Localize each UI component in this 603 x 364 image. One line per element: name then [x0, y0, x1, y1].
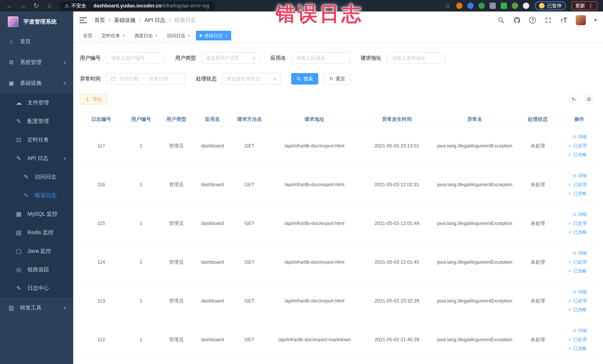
request-url-input[interactable] — [386, 52, 445, 64]
extension-icon-blue[interactable] — [467, 3, 474, 9]
sidebar-item-定时任务[interactable]: ⊡定时任务 — [0, 130, 73, 149]
app-name-input[interactable] — [291, 52, 350, 64]
action-详细[interactable]: ⊙详细 — [573, 134, 587, 140]
reset-button[interactable]: ↻ 重置 — [324, 73, 351, 84]
action-详细[interactable]: ⊙详细 — [573, 173, 587, 178]
user-avatar[interactable] — [576, 15, 586, 25]
forward-icon[interactable]: → — [19, 2, 27, 10]
avatar-caret-icon[interactable]: ▾ — [594, 17, 597, 23]
github-icon[interactable] — [513, 16, 521, 24]
check-icon: ✓ — [568, 191, 572, 196]
action-已处理[interactable]: ✓已处理 — [568, 337, 587, 342]
filter-request-url: 请求地址 — [360, 52, 445, 64]
sidebar-item-配置管理[interactable]: ✎配置管理 — [0, 112, 73, 130]
tab-首页[interactable]: 首页 — [80, 31, 96, 40]
breadcrumb-item[interactable]: 基础设施 — [114, 16, 136, 24]
sidebar-item-MySQL-监控[interactable]: ▦MySQL 监控 — [0, 205, 73, 223]
breadcrumb-item[interactable]: API 日志 — [144, 16, 165, 24]
action-已处理[interactable]: ✓已处理 — [568, 298, 587, 304]
action-已处理[interactable]: ✓已处理 — [568, 259, 587, 265]
search-icon[interactable] — [497, 16, 505, 24]
sidebar-item-链路追踪[interactable]: ◎链路追踪 — [0, 260, 73, 279]
paused-badge[interactable]: 已暂停 — [535, 1, 566, 10]
back-icon[interactable]: ← — [6, 2, 13, 10]
action-已忽略[interactable]: ✓已忽略 — [568, 268, 587, 274]
export-button[interactable]: 导出 — [80, 94, 107, 105]
fullscreen-icon[interactable] — [545, 16, 552, 24]
breadcrumb-item[interactable]: 首页 — [94, 16, 105, 24]
action-已忽略[interactable]: ✓已忽略 — [568, 152, 587, 158]
process-status-select[interactable]: 请选择处理状态 ∨ — [222, 73, 281, 84]
extension-icon-grid[interactable] — [489, 3, 496, 9]
table-refresh-button[interactable]: ↻ — [569, 94, 579, 104]
action-已忽略[interactable]: ✓已忽略 — [568, 307, 587, 313]
tab-调度日志[interactable]: 调度日志× — [131, 31, 161, 40]
extension-icon-star[interactable] — [523, 3, 529, 9]
sidebar-item-系统管理[interactable]: ⚙系统管理∨ — [0, 52, 73, 73]
filter-row-2: 异常时间 开始日期 ~ 结束日期 处理状态 请选择处理状态 ∨ — [80, 73, 603, 84]
eye-icon: ⊙ — [573, 328, 576, 333]
action-已忽略[interactable]: ✓已忽略 — [568, 229, 587, 235]
cell-url: /api/infra/db-doc/export-markdown — [267, 337, 362, 342]
sidebar-item-访问日志[interactable]: ✎访问日志 — [0, 168, 73, 186]
extension-icon-orange[interactable] — [456, 3, 463, 9]
close-icon[interactable]: × — [122, 33, 125, 38]
font-size-icon[interactable]: TT — [560, 16, 567, 24]
cell-exception: java.lang.IllegalArgumentException — [432, 143, 517, 149]
cell-status: 未处理 — [517, 259, 558, 265]
table-row: 1171管理员dashboardGET/api/infra/db-doc/exp… — [80, 127, 600, 165]
cell-actions: ⊙详细✓已处理✓已忽略 — [558, 134, 600, 158]
cell-time: 2021-05-02 23:32:28 — [362, 298, 432, 304]
action-已忽略[interactable]: ✓已忽略 — [568, 190, 587, 196]
extension-icon-dark-off[interactable] — [501, 3, 507, 9]
bookmark-star-icon[interactable]: ☆ — [445, 2, 451, 10]
close-icon[interactable]: × — [225, 33, 228, 38]
file-manage-icon: ☁ — [15, 99, 22, 106]
search-button[interactable]: 搜索 — [291, 73, 318, 84]
eye-icon: ⊙ — [573, 212, 576, 217]
extension-icon-green-check[interactable] — [478, 3, 485, 9]
tab-定时任务[interactable]: 定时任务× — [98, 31, 128, 40]
tab-访问日志[interactable]: 访问日志× — [163, 31, 194, 40]
user-type-select[interactable]: 请选择用户类型 ∨ — [201, 52, 260, 64]
sidebar-item-日志中心[interactable]: ✎日志中心 — [0, 279, 73, 297]
update-button[interactable]: 更新 ⋮ — [571, 1, 597, 10]
cell-status: 未处理 — [517, 336, 558, 343]
log-center-icon: ✎ — [15, 285, 22, 292]
hamburger-icon[interactable] — [80, 17, 87, 23]
action-详细[interactable]: ⊙详细 — [573, 328, 587, 334]
action-详细[interactable]: ⊙详细 — [573, 289, 587, 295]
sidebar-item-文件管理[interactable]: ☁文件管理 — [0, 94, 73, 112]
sidebar-item-Java-监控[interactable]: ▢Java 监控 — [0, 242, 73, 260]
address-bar[interactable]: ⚠ 不安全 dashboard.yudao.iocoder.cn/infra/l… — [59, 1, 215, 10]
action-已处理[interactable]: ✓已处理 — [568, 220, 587, 226]
action-详细[interactable]: ⊙详细 — [573, 211, 587, 217]
filter-app-name: 应用名 — [270, 52, 350, 64]
cell-status: 未处理 — [517, 181, 558, 188]
sidebar-item-首页[interactable]: ⌂首页 — [0, 31, 73, 52]
reload-icon[interactable]: ↻ — [32, 2, 40, 10]
sidebar-item-错误日志[interactable]: ✎错误日志 — [0, 186, 73, 205]
sidebar-item-研发工具[interactable]: ▥研发工具∨ — [0, 297, 73, 318]
action-已处理[interactable]: ✓已处理 — [568, 182, 587, 188]
sidebar-item-Redis-监控[interactable]: ▤Redis 监控 — [0, 223, 73, 242]
help-icon[interactable]: ? — [529, 17, 536, 23]
app-logo-row[interactable]: 芋道管理系统 — [0, 12, 73, 31]
cell-method: GET — [232, 259, 267, 265]
sidebar-item-基础设施[interactable]: ▣基础设施∧ — [0, 73, 73, 94]
close-icon[interactable]: × — [155, 33, 158, 38]
cell-status: 未处理 — [517, 298, 558, 304]
sidebar-item-API-日志[interactable]: ✎API 日志∧ — [0, 149, 73, 168]
not-secure-warning[interactable]: ⚠ 不安全 — [65, 2, 86, 9]
tab-错误日志[interactable]: 错误日志× — [196, 31, 231, 40]
close-icon[interactable]: × — [188, 33, 190, 38]
user-id-input[interactable] — [106, 52, 165, 64]
home-icon[interactable]: ⌂ — [46, 2, 53, 10]
action-已忽略[interactable]: ✓已忽略 — [568, 345, 587, 351]
extension-icon-leaf[interactable] — [512, 3, 518, 9]
date-range-picker[interactable]: 开始日期 ~ 结束日期 — [106, 73, 186, 84]
action-详细[interactable]: ⊙详细 — [573, 250, 587, 256]
action-已处理[interactable]: ✓已处理 — [568, 143, 587, 149]
column-settings-button[interactable]: ⚙ — [584, 94, 594, 104]
browser-menu-icon[interactable]: ⋮ — [588, 3, 593, 9]
